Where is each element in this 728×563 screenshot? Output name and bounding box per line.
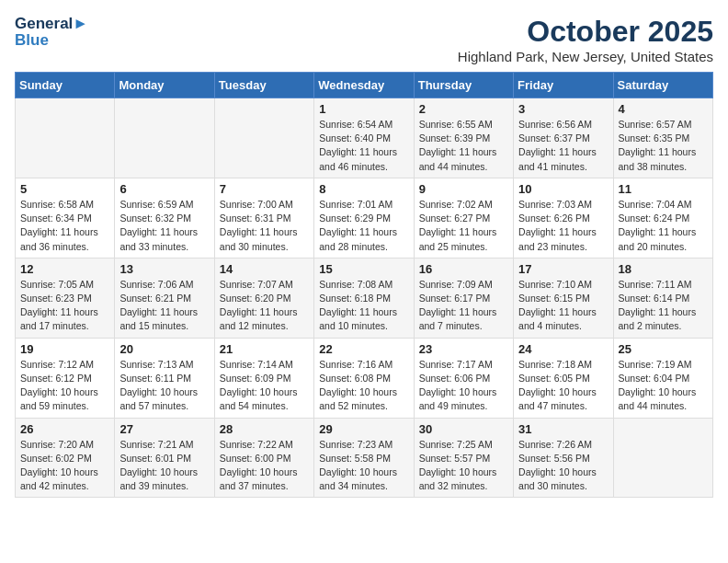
calendar-cell: 16Sunrise: 7:09 AM Sunset: 6:17 PM Dayli… [414, 258, 513, 338]
day-number: 7 [220, 182, 310, 196]
cell-content: Sunrise: 7:21 AM Sunset: 6:01 PM Dayligh… [119, 438, 210, 494]
cell-content: Sunrise: 6:59 AM Sunset: 6:32 PM Dayligh… [119, 198, 210, 254]
logo: General► Blue [15, 15, 88, 49]
calendar-cell: 5Sunrise: 6:58 AM Sunset: 6:34 PM Daylig… [16, 178, 115, 258]
header-friday: Friday [514, 73, 613, 98]
calendar-cell: 17Sunrise: 7:10 AM Sunset: 6:15 PM Dayli… [514, 258, 613, 338]
header-monday: Monday [115, 73, 214, 98]
cell-content: Sunrise: 7:12 AM Sunset: 6:12 PM Dayligh… [20, 358, 110, 414]
cell-content: Sunrise: 7:26 AM Sunset: 5:56 PM Dayligh… [518, 438, 609, 494]
cell-content: Sunrise: 7:08 AM Sunset: 6:18 PM Dayligh… [319, 278, 409, 334]
day-number: 10 [518, 182, 609, 196]
day-number: 31 [518, 422, 609, 436]
cell-content: Sunrise: 7:19 AM Sunset: 6:04 PM Dayligh… [619, 358, 709, 414]
calendar-cell: 2Sunrise: 6:55 AM Sunset: 6:39 PM Daylig… [414, 98, 513, 178]
calendar-cell [115, 98, 214, 178]
day-number: 24 [518, 342, 609, 356]
header-wednesday: Wednesday [314, 73, 414, 98]
day-number: 25 [619, 342, 709, 356]
day-number: 11 [619, 182, 709, 196]
day-number: 4 [619, 102, 709, 116]
day-number: 6 [119, 182, 210, 196]
cell-content: Sunrise: 7:06 AM Sunset: 6:21 PM Dayligh… [119, 278, 210, 334]
calendar-cell [16, 98, 115, 178]
day-number: 1 [319, 102, 409, 116]
calendar-cell: 8Sunrise: 7:01 AM Sunset: 6:29 PM Daylig… [314, 178, 414, 258]
day-number: 15 [319, 262, 409, 276]
calendar-week-3: 12Sunrise: 7:05 AM Sunset: 6:23 PM Dayli… [16, 258, 713, 338]
cell-content: Sunrise: 6:56 AM Sunset: 6:37 PM Dayligh… [518, 118, 609, 174]
day-number: 22 [319, 342, 409, 356]
location: Highland Park, New Jersey, United States [458, 49, 713, 64]
cell-content: Sunrise: 7:16 AM Sunset: 6:08 PM Dayligh… [319, 358, 409, 414]
calendar-cell [613, 418, 712, 498]
logo-subtext: Blue [15, 31, 88, 50]
day-number: 30 [419, 422, 509, 436]
cell-content: Sunrise: 7:22 AM Sunset: 6:00 PM Dayligh… [220, 438, 310, 494]
day-number: 3 [518, 102, 609, 116]
cell-content: Sunrise: 6:54 AM Sunset: 6:40 PM Dayligh… [319, 118, 409, 174]
calendar-cell: 18Sunrise: 7:11 AM Sunset: 6:14 PM Dayli… [613, 258, 712, 338]
day-number: 9 [419, 182, 509, 196]
day-number: 12 [20, 262, 110, 276]
calendar-cell: 27Sunrise: 7:21 AM Sunset: 6:01 PM Dayli… [115, 418, 214, 498]
header-tuesday: Tuesday [214, 73, 313, 98]
cell-content: Sunrise: 7:09 AM Sunset: 6:17 PM Dayligh… [419, 278, 509, 334]
cell-content: Sunrise: 7:18 AM Sunset: 6:05 PM Dayligh… [518, 358, 609, 414]
day-number: 2 [419, 102, 509, 116]
calendar-table: SundayMondayTuesdayWednesdayThursdayFrid… [15, 72, 713, 498]
calendar-cell: 15Sunrise: 7:08 AM Sunset: 6:18 PM Dayli… [314, 258, 414, 338]
calendar-cell: 10Sunrise: 7:03 AM Sunset: 6:26 PM Dayli… [514, 178, 613, 258]
day-number: 17 [518, 262, 609, 276]
calendar-cell: 25Sunrise: 7:19 AM Sunset: 6:04 PM Dayli… [613, 338, 712, 418]
title-block: October 2025 Highland Park, New Jersey, … [458, 15, 713, 64]
calendar-week-1: 1Sunrise: 6:54 AM Sunset: 6:40 PM Daylig… [16, 98, 713, 178]
header-saturday: Saturday [613, 73, 712, 98]
calendar-cell: 28Sunrise: 7:22 AM Sunset: 6:00 PM Dayli… [214, 418, 313, 498]
calendar-week-4: 19Sunrise: 7:12 AM Sunset: 6:12 PM Dayli… [16, 338, 713, 418]
day-number: 29 [319, 422, 409, 436]
cell-content: Sunrise: 7:20 AM Sunset: 6:02 PM Dayligh… [20, 438, 110, 494]
cell-content: Sunrise: 7:02 AM Sunset: 6:27 PM Dayligh… [419, 198, 509, 254]
calendar-cell: 9Sunrise: 7:02 AM Sunset: 6:27 PM Daylig… [414, 178, 513, 258]
cell-content: Sunrise: 7:13 AM Sunset: 6:11 PM Dayligh… [119, 358, 210, 414]
day-number: 18 [619, 262, 709, 276]
calendar-cell: 24Sunrise: 7:18 AM Sunset: 6:05 PM Dayli… [514, 338, 613, 418]
day-number: 23 [419, 342, 509, 356]
calendar-cell: 30Sunrise: 7:25 AM Sunset: 5:57 PM Dayli… [414, 418, 513, 498]
cell-content: Sunrise: 6:57 AM Sunset: 6:35 PM Dayligh… [619, 118, 709, 174]
calendar-cell: 7Sunrise: 7:00 AM Sunset: 6:31 PM Daylig… [214, 178, 313, 258]
day-number: 27 [119, 422, 210, 436]
calendar-cell: 4Sunrise: 6:57 AM Sunset: 6:35 PM Daylig… [613, 98, 712, 178]
cell-content: Sunrise: 7:25 AM Sunset: 5:57 PM Dayligh… [419, 438, 509, 494]
calendar-week-2: 5Sunrise: 6:58 AM Sunset: 6:34 PM Daylig… [16, 178, 713, 258]
cell-content: Sunrise: 7:23 AM Sunset: 5:58 PM Dayligh… [319, 438, 409, 494]
day-number: 20 [119, 342, 210, 356]
calendar-cell: 19Sunrise: 7:12 AM Sunset: 6:12 PM Dayli… [16, 338, 115, 418]
header-sunday: Sunday [16, 73, 115, 98]
day-number: 19 [20, 342, 110, 356]
cell-content: Sunrise: 7:01 AM Sunset: 6:29 PM Dayligh… [319, 198, 409, 254]
calendar-cell: 12Sunrise: 7:05 AM Sunset: 6:23 PM Dayli… [16, 258, 115, 338]
calendar-cell: 3Sunrise: 6:56 AM Sunset: 6:37 PM Daylig… [514, 98, 613, 178]
cell-content: Sunrise: 7:03 AM Sunset: 6:26 PM Dayligh… [518, 198, 609, 254]
calendar-cell: 31Sunrise: 7:26 AM Sunset: 5:56 PM Dayli… [514, 418, 613, 498]
day-number: 8 [319, 182, 409, 196]
day-number: 16 [419, 262, 509, 276]
calendar-header-row: SundayMondayTuesdayWednesdayThursdayFrid… [16, 73, 713, 98]
calendar-cell: 6Sunrise: 6:59 AM Sunset: 6:32 PM Daylig… [115, 178, 214, 258]
day-number: 14 [220, 262, 310, 276]
calendar-cell: 26Sunrise: 7:20 AM Sunset: 6:02 PM Dayli… [16, 418, 115, 498]
calendar-cell: 23Sunrise: 7:17 AM Sunset: 6:06 PM Dayli… [414, 338, 513, 418]
calendar-cell [214, 98, 313, 178]
calendar-cell: 11Sunrise: 7:04 AM Sunset: 6:24 PM Dayli… [613, 178, 712, 258]
cell-content: Sunrise: 7:07 AM Sunset: 6:20 PM Dayligh… [220, 278, 310, 334]
cell-content: Sunrise: 7:05 AM Sunset: 6:23 PM Dayligh… [20, 278, 110, 334]
cell-content: Sunrise: 6:58 AM Sunset: 6:34 PM Dayligh… [20, 198, 110, 254]
calendar-week-5: 26Sunrise: 7:20 AM Sunset: 6:02 PM Dayli… [16, 418, 713, 498]
cell-content: Sunrise: 6:55 AM Sunset: 6:39 PM Dayligh… [419, 118, 509, 174]
cell-content: Sunrise: 7:00 AM Sunset: 6:31 PM Dayligh… [220, 198, 310, 254]
calendar-cell: 22Sunrise: 7:16 AM Sunset: 6:08 PM Dayli… [314, 338, 414, 418]
calendar-cell: 13Sunrise: 7:06 AM Sunset: 6:21 PM Dayli… [115, 258, 214, 338]
day-number: 5 [20, 182, 110, 196]
